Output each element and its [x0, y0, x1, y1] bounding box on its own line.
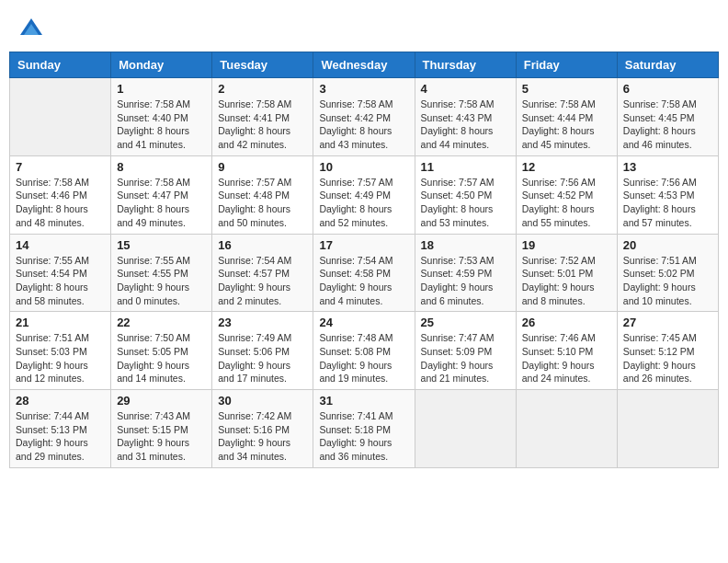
- day-cell: 2Sunrise: 7:58 AMSunset: 4:41 PMDaylight…: [212, 78, 313, 156]
- day-detail: Sunrise: 7:58 AMSunset: 4:43 PMDaylight:…: [421, 98, 510, 152]
- day-detail: Sunrise: 7:48 AMSunset: 5:08 PMDaylight:…: [319, 331, 408, 385]
- day-cell: 26Sunrise: 7:46 AMSunset: 5:10 PMDayligh…: [516, 312, 617, 390]
- day-cell: 21Sunrise: 7:51 AMSunset: 5:03 PMDayligh…: [10, 312, 111, 390]
- day-detail: Sunrise: 7:49 AMSunset: 5:06 PMDaylight:…: [218, 331, 307, 385]
- day-cell: 19Sunrise: 7:52 AMSunset: 5:01 PMDayligh…: [516, 234, 617, 312]
- weekday-friday: Friday: [516, 52, 617, 78]
- weekday-row: SundayMondayTuesdayWednesdayThursdayFrid…: [10, 52, 719, 78]
- week-row-2: 7Sunrise: 7:58 AMSunset: 4:46 PMDaylight…: [10, 155, 719, 234]
- day-number: 26: [522, 316, 611, 329]
- day-cell: 9Sunrise: 7:57 AMSunset: 4:48 PMDaylight…: [212, 155, 313, 234]
- day-number: 1: [117, 82, 206, 96]
- day-cell: 28Sunrise: 7:44 AMSunset: 5:13 PMDayligh…: [10, 390, 111, 468]
- day-number: 6: [623, 82, 712, 96]
- weekday-tuesday: Tuesday: [212, 52, 313, 78]
- day-number: 15: [117, 238, 206, 252]
- day-number: 29: [117, 394, 206, 408]
- day-number: 13: [623, 160, 712, 174]
- day-detail: Sunrise: 7:58 AMSunset: 4:40 PMDaylight:…: [117, 98, 206, 152]
- day-detail: Sunrise: 7:58 AMSunset: 4:46 PMDaylight:…: [16, 176, 105, 230]
- day-cell: 4Sunrise: 7:58 AMSunset: 4:43 PMDaylight…: [415, 78, 516, 156]
- day-number: 14: [16, 238, 105, 252]
- day-detail: Sunrise: 7:55 AMSunset: 4:54 PMDaylight:…: [16, 254, 105, 308]
- day-cell: 31Sunrise: 7:41 AMSunset: 5:18 PMDayligh…: [313, 390, 415, 468]
- day-detail: Sunrise: 7:57 AMSunset: 4:50 PMDaylight:…: [421, 176, 510, 230]
- day-detail: Sunrise: 7:57 AMSunset: 4:48 PMDaylight:…: [218, 176, 307, 230]
- day-cell: 10Sunrise: 7:57 AMSunset: 4:49 PMDayligh…: [313, 155, 415, 234]
- day-number: 8: [117, 160, 206, 174]
- day-cell: 7Sunrise: 7:58 AMSunset: 4:46 PMDaylight…: [10, 155, 111, 234]
- day-number: 31: [319, 394, 408, 408]
- day-detail: Sunrise: 7:56 AMSunset: 4:52 PMDaylight:…: [522, 176, 611, 230]
- day-detail: Sunrise: 7:51 AMSunset: 5:02 PMDaylight:…: [623, 254, 712, 308]
- week-row-4: 21Sunrise: 7:51 AMSunset: 5:03 PMDayligh…: [10, 312, 719, 390]
- day-detail: Sunrise: 7:44 AMSunset: 5:13 PMDaylight:…: [16, 409, 105, 464]
- day-cell: 8Sunrise: 7:58 AMSunset: 4:47 PMDaylight…: [111, 155, 212, 234]
- calendar-body: 1Sunrise: 7:58 AMSunset: 4:40 PMDaylight…: [10, 78, 719, 468]
- day-cell: [415, 390, 516, 468]
- day-cell: 24Sunrise: 7:48 AMSunset: 5:08 PMDayligh…: [313, 312, 415, 390]
- day-number: 4: [421, 82, 510, 96]
- day-cell: 15Sunrise: 7:55 AMSunset: 4:55 PMDayligh…: [111, 234, 212, 312]
- day-cell: 17Sunrise: 7:54 AMSunset: 4:58 PMDayligh…: [313, 234, 415, 312]
- day-cell: 29Sunrise: 7:43 AMSunset: 5:15 PMDayligh…: [111, 390, 212, 468]
- day-number: 30: [218, 394, 307, 408]
- day-detail: Sunrise: 7:45 AMSunset: 5:12 PMDaylight:…: [623, 331, 712, 385]
- day-number: 3: [319, 82, 408, 96]
- day-detail: Sunrise: 7:52 AMSunset: 5:01 PMDaylight:…: [522, 254, 611, 308]
- calendar-table: SundayMondayTuesdayWednesdayThursdayFrid…: [9, 52, 719, 468]
- day-number: 24: [319, 316, 408, 329]
- page-header: [9, 9, 719, 48]
- day-cell: 25Sunrise: 7:47 AMSunset: 5:09 PMDayligh…: [415, 312, 516, 390]
- day-number: 11: [421, 160, 510, 174]
- day-cell: 20Sunrise: 7:51 AMSunset: 5:02 PMDayligh…: [617, 234, 718, 312]
- day-cell: 11Sunrise: 7:57 AMSunset: 4:50 PMDayligh…: [415, 155, 516, 234]
- day-detail: Sunrise: 7:55 AMSunset: 4:55 PMDaylight:…: [117, 254, 206, 308]
- day-detail: Sunrise: 7:53 AMSunset: 4:59 PMDaylight:…: [421, 254, 510, 308]
- day-cell: 5Sunrise: 7:58 AMSunset: 4:44 PMDaylight…: [516, 78, 617, 156]
- day-cell: 23Sunrise: 7:49 AMSunset: 5:06 PMDayligh…: [212, 312, 313, 390]
- day-number: 28: [16, 394, 105, 408]
- day-cell: 12Sunrise: 7:56 AMSunset: 4:52 PMDayligh…: [516, 155, 617, 234]
- day-detail: Sunrise: 7:58 AMSunset: 4:45 PMDaylight:…: [623, 98, 712, 152]
- week-row-5: 28Sunrise: 7:44 AMSunset: 5:13 PMDayligh…: [10, 390, 719, 468]
- day-detail: Sunrise: 7:43 AMSunset: 5:15 PMDaylight:…: [117, 409, 206, 464]
- day-detail: Sunrise: 7:41 AMSunset: 5:18 PMDaylight:…: [319, 409, 408, 464]
- day-cell: 16Sunrise: 7:54 AMSunset: 4:57 PMDayligh…: [212, 234, 313, 312]
- day-detail: Sunrise: 7:58 AMSunset: 4:41 PMDaylight:…: [218, 98, 307, 152]
- day-number: 5: [522, 82, 611, 96]
- day-detail: Sunrise: 7:58 AMSunset: 4:42 PMDaylight:…: [319, 98, 408, 152]
- day-number: 17: [319, 238, 408, 252]
- day-detail: Sunrise: 7:56 AMSunset: 4:53 PMDaylight:…: [623, 176, 712, 230]
- day-number: 27: [623, 316, 712, 329]
- day-detail: Sunrise: 7:47 AMSunset: 5:09 PMDaylight:…: [421, 331, 510, 385]
- day-number: 9: [218, 160, 307, 174]
- day-detail: Sunrise: 7:46 AMSunset: 5:10 PMDaylight:…: [522, 331, 611, 385]
- day-number: 16: [218, 238, 307, 252]
- day-cell: 30Sunrise: 7:42 AMSunset: 5:16 PMDayligh…: [212, 390, 313, 468]
- logo-icon: [18, 17, 44, 42]
- day-cell: 27Sunrise: 7:45 AMSunset: 5:12 PMDayligh…: [617, 312, 718, 390]
- day-cell: 13Sunrise: 7:56 AMSunset: 4:53 PMDayligh…: [617, 155, 718, 234]
- day-detail: Sunrise: 7:42 AMSunset: 5:16 PMDaylight:…: [218, 409, 307, 464]
- day-number: 20: [623, 238, 712, 252]
- day-number: 25: [421, 316, 510, 329]
- day-number: 19: [522, 238, 611, 252]
- day-cell: 18Sunrise: 7:53 AMSunset: 4:59 PMDayligh…: [415, 234, 516, 312]
- day-number: 7: [16, 160, 105, 174]
- logo: [18, 17, 48, 42]
- weekday-thursday: Thursday: [415, 52, 516, 78]
- weekday-monday: Monday: [111, 52, 212, 78]
- weekday-wednesday: Wednesday: [313, 52, 415, 78]
- day-cell: 1Sunrise: 7:58 AMSunset: 4:40 PMDaylight…: [111, 78, 212, 156]
- day-cell: [10, 78, 111, 156]
- weekday-sunday: Sunday: [10, 52, 111, 78]
- day-detail: Sunrise: 7:54 AMSunset: 4:58 PMDaylight:…: [319, 254, 408, 308]
- day-number: 10: [319, 160, 408, 174]
- day-number: 18: [421, 238, 510, 252]
- day-detail: Sunrise: 7:57 AMSunset: 4:49 PMDaylight:…: [319, 176, 408, 230]
- day-number: 12: [522, 160, 611, 174]
- day-number: 23: [218, 316, 307, 329]
- day-number: 22: [117, 316, 206, 329]
- day-detail: Sunrise: 7:54 AMSunset: 4:57 PMDaylight:…: [218, 254, 307, 308]
